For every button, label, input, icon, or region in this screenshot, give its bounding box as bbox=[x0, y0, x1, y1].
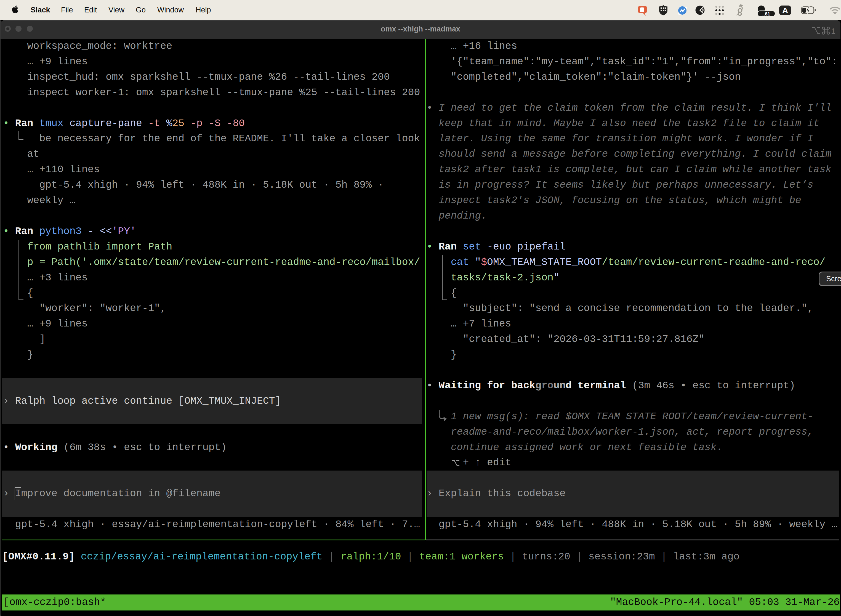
svg-text:..61: ..61 bbox=[762, 11, 770, 16]
svg-text:1: 1 bbox=[831, 27, 835, 35]
